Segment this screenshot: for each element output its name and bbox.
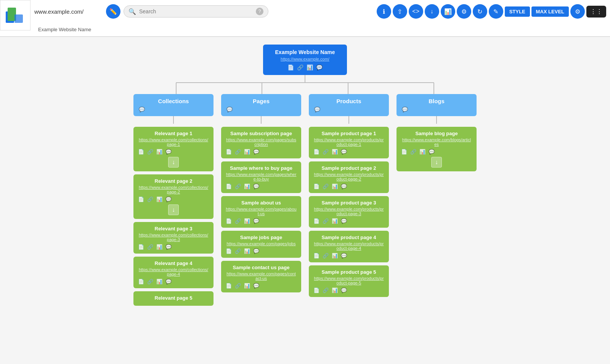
product-child-2[interactable]: Sample product page 2 https://www.exampl…: [309, 161, 389, 193]
blog-child-1[interactable]: Sample blog page https://www.example.com…: [396, 127, 477, 171]
collections-node[interactable]: Collections 💬: [133, 94, 214, 116]
settings-button[interactable]: ⚙: [570, 4, 585, 19]
address-url: www.example.com/: [34, 8, 103, 15]
expand-button[interactable]: ↓: [168, 204, 179, 215]
info-button[interactable]: ℹ: [377, 4, 391, 19]
child-title: Sample jobs page: [226, 235, 297, 240]
search-input[interactable]: [139, 8, 253, 14]
chart-icon: 📊: [156, 244, 162, 250]
chart-button[interactable]: 📊: [441, 4, 455, 19]
tree-container: Example Website Name https://www.example…: [8, 45, 602, 306]
root-icons: 📄 🔗 📊 💬: [271, 64, 339, 70]
child-icons: 📄 🔗 📊 💬: [226, 184, 297, 189]
max-level-button[interactable]: MAX LEVEL: [531, 6, 569, 17]
expand-button[interactable]: ↓: [431, 157, 442, 168]
collection-child-1[interactable]: Relevant page 1 https://www.example.com/…: [133, 127, 214, 171]
chart-icon: 📊: [156, 149, 162, 155]
code-button[interactable]: <>: [409, 4, 423, 19]
products-icons: 💬: [314, 107, 384, 112]
address-bar: www.example.com/: [34, 8, 103, 15]
collections-icons: 💬: [139, 107, 208, 112]
root-url: https://www.example.com/: [271, 57, 339, 61]
help-icon[interactable]: ?: [256, 8, 263, 15]
child-icons: 📄 🔗 📊 💬: [313, 253, 384, 259]
grid-button[interactable]: ⋮⋮: [586, 6, 606, 18]
comment-icon: 💬: [314, 107, 320, 112]
products-node[interactable]: Products 💬: [309, 94, 389, 116]
chart-icon: 📊: [244, 149, 250, 155]
page-icon: 📄: [287, 64, 294, 70]
child-icons: 📄 🔗 📊 💬: [313, 184, 384, 189]
page-icon: 📄: [313, 287, 319, 293]
pages-vline: [261, 116, 262, 124]
collections-col: Collections 💬 Relevant page 1 https://ww…: [133, 94, 214, 306]
toolbar: ℹ ⇧ <> ↓ 📊 ⚙ ↻ ✎ STYLE MAX LEVEL ⚙ ⋮⋮: [377, 4, 606, 19]
share-button[interactable]: ⇧: [393, 4, 407, 19]
link-icon: 🔗: [235, 248, 241, 254]
blogs-title: Blogs: [402, 98, 471, 104]
link-icon: 🔗: [147, 244, 153, 250]
child-title: Sample product page 1: [313, 131, 384, 136]
page-icon: 📄: [226, 184, 232, 189]
product-child-3[interactable]: Sample product page 3 https://www.exampl…: [309, 196, 389, 228]
comment-icon: 💬: [429, 149, 435, 155]
child-icons: 📄 🔗 📊 💬: [226, 248, 297, 254]
comment-icon: 💬: [165, 196, 172, 202]
link-icon: 🔗: [297, 64, 303, 70]
pages-child-1[interactable]: Sample subscription page https://www.exa…: [221, 127, 301, 158]
link-icon: 🔗: [147, 279, 153, 284]
product-child-4[interactable]: Sample product page 4 https://www.exampl…: [309, 231, 389, 262]
child-icons: 📄 🔗 📊 💬: [226, 149, 297, 155]
child-title: Sample where to buy page: [226, 165, 297, 171]
chart-icon: 📊: [332, 218, 338, 224]
expand-button[interactable]: ↓: [168, 157, 179, 168]
chart-icon: 📊: [244, 184, 250, 189]
refresh-button[interactable]: ↻: [473, 4, 487, 19]
expand-btn-1: ↓: [138, 157, 209, 168]
comment-icon: 💬: [165, 149, 172, 155]
download-button[interactable]: ↓: [425, 4, 439, 19]
child-icons: 📄 🔗 📊 💬: [138, 196, 209, 202]
product-child-1[interactable]: Sample product page 1 https://www.exampl…: [309, 127, 389, 158]
comment-icon: 💬: [341, 149, 347, 155]
pages-child-4[interactable]: Sample jobs page https://www.example.com…: [221, 231, 301, 258]
products-children: Sample product page 1 https://www.exampl…: [309, 127, 389, 297]
chart-icon: 📊: [419, 149, 425, 155]
pages-child-3[interactable]: Sample about us https://www.example.com/…: [221, 196, 301, 228]
product-child-5[interactable]: Sample product page 5 https://www.exampl…: [309, 265, 389, 297]
comment-icon: 💬: [341, 218, 347, 224]
child-icons: 📄 🔗 📊 💬: [138, 244, 209, 250]
pages-node[interactable]: Pages 💬: [221, 94, 301, 116]
pages-child-2[interactable]: Sample where to buy page https://www.exa…: [221, 161, 301, 193]
page-icon: 📄: [138, 196, 144, 202]
chart-icon: 📊: [332, 149, 338, 155]
logo: [0, 0, 30, 30]
page-icon: 📄: [138, 244, 144, 250]
pages-child-5[interactable]: Sample contact us page https://www.examp…: [221, 261, 301, 292]
collection-child-4[interactable]: Relevant page 4 https://www.example.com/…: [133, 257, 214, 288]
page-icon: 📄: [313, 184, 319, 189]
child-title: Sample product page 2: [313, 165, 384, 171]
child-icons: 📄 🔗 📊 💬: [226, 218, 297, 224]
page-icon: 📄: [226, 283, 232, 289]
products-title: Products: [314, 98, 384, 104]
blogs-children: Sample blog page https://www.example.com…: [396, 127, 477, 171]
sliders-button[interactable]: ⚙: [457, 4, 471, 19]
root-node[interactable]: Example Website Name https://www.example…: [263, 45, 347, 75]
child-title: Sample product page 4: [313, 235, 384, 240]
style-button[interactable]: STYLE: [505, 6, 530, 17]
child-url: https://www.example.com/pages/where-to-b…: [226, 172, 297, 181]
page-icon: 📄: [226, 218, 232, 224]
pencil-button[interactable]: ✎: [489, 4, 503, 19]
page-icon: 📄: [138, 279, 144, 284]
pages-col: Pages 💬 Sample subscription page https:/…: [221, 94, 301, 292]
edit-button[interactable]: ✏️: [106, 4, 120, 19]
collection-child-5[interactable]: Relevant page 5: [133, 291, 214, 306]
blogs-node[interactable]: Blogs 💬: [396, 94, 477, 116]
comment-icon: 💬: [253, 248, 259, 254]
collection-child-2[interactable]: Relevant page 2 https://www.example.com/…: [133, 174, 214, 219]
child-icons: 📄 🔗 📊 💬: [226, 283, 297, 289]
child-url: https://www.example.com/blogs/articles: [401, 137, 472, 147]
chart-icon: 📊: [332, 184, 338, 189]
collection-child-3[interactable]: Relevant page 3 https://www.example.com/…: [133, 222, 214, 254]
